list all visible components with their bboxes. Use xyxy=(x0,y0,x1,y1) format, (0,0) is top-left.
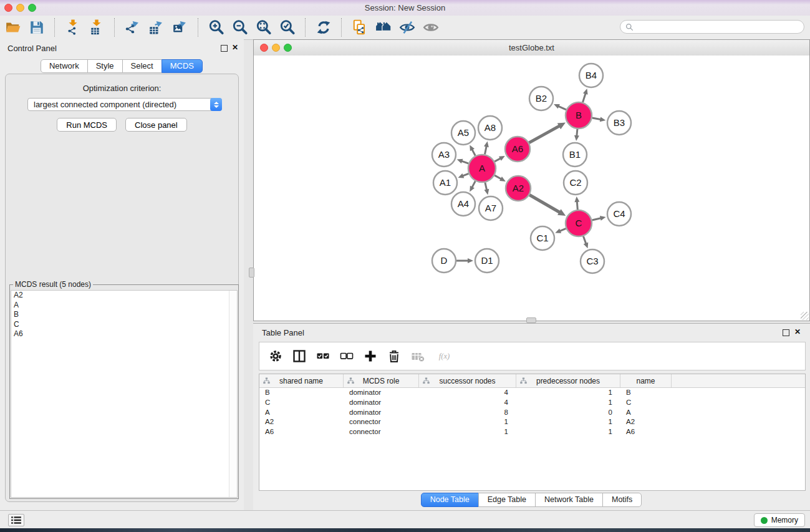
search-input[interactable] xyxy=(635,21,800,34)
graph-node-A2[interactable]: A2 xyxy=(506,176,531,201)
graph-edge-C-C2[interactable] xyxy=(577,201,577,210)
graph-node-A3[interactable]: A3 xyxy=(432,143,456,167)
destroy-table-button xyxy=(409,346,426,367)
show-all-panels-button[interactable] xyxy=(373,17,394,37)
import-table-button[interactable] xyxy=(86,17,107,37)
tab-style[interactable]: Style xyxy=(87,59,123,73)
graph-edge-B-B3[interactable] xyxy=(592,118,602,120)
table-row[interactable]: Cdominator41C xyxy=(259,398,805,408)
graph-node-D1[interactable]: D1 xyxy=(475,249,499,273)
save-session-button[interactable] xyxy=(26,17,47,37)
graph-node-C2[interactable]: C2 xyxy=(564,171,587,195)
show-columns-button[interactable] xyxy=(291,346,307,367)
tab-node-table[interactable]: Node Table xyxy=(421,493,479,507)
tab-motifs[interactable]: Motifs xyxy=(602,493,642,507)
column-header-mcds-role[interactable]: MCDS role xyxy=(344,374,419,387)
graph-node-A7[interactable]: A7 xyxy=(479,196,503,220)
zoom-fit-button[interactable] xyxy=(253,17,274,37)
export-table-icon xyxy=(148,19,165,36)
tab-network[interactable]: Network xyxy=(41,59,88,73)
refresh-layout-icon xyxy=(316,19,332,36)
graph-edge-A2-C[interactable] xyxy=(529,195,560,213)
graph-node-C4[interactable]: C4 xyxy=(607,202,631,226)
export-network-button[interactable] xyxy=(122,17,143,37)
graph-node-label: A2 xyxy=(513,183,524,193)
graph-node-C1[interactable]: C1 xyxy=(531,226,554,250)
task-history-button[interactable] xyxy=(8,514,24,526)
graph-node-B[interactable]: B xyxy=(566,102,592,128)
table-row[interactable]: A2connector11A2 xyxy=(259,417,805,427)
mcds-result-scrollbar[interactable] xyxy=(229,291,237,497)
graph-node-B3[interactable]: B3 xyxy=(607,111,631,135)
table-cell: 1 xyxy=(516,388,620,398)
resize-grip-icon[interactable] xyxy=(801,312,809,320)
graph-edge-A-A8[interactable] xyxy=(485,145,487,154)
refresh-layout-button[interactable] xyxy=(313,17,334,37)
table-row[interactable]: Adominator80A xyxy=(259,408,805,418)
vertical-splitter-handle[interactable] xyxy=(249,268,254,278)
tab-select[interactable]: Select xyxy=(122,59,162,73)
column-header-successor-nodes[interactable]: successor nodes xyxy=(419,374,516,387)
export-table-button[interactable] xyxy=(146,17,167,37)
export-image-button[interactable] xyxy=(170,17,191,37)
mcds-result-item[interactable]: A xyxy=(11,301,237,311)
graph-node-A[interactable]: A xyxy=(468,155,496,182)
tab-network-table[interactable]: Network Table xyxy=(535,493,603,507)
graph-node-A6[interactable]: A6 xyxy=(505,137,530,162)
graph-node-C[interactable]: C xyxy=(566,210,592,236)
graph-node-A5[interactable]: A5 xyxy=(451,121,475,145)
graph-edge-A-A7[interactable] xyxy=(485,182,487,190)
graph-edge-A6-B[interactable] xyxy=(529,125,560,142)
table-row[interactable]: A6connector11A6 xyxy=(259,427,805,437)
graph-edge-B-B2[interactable] xyxy=(557,106,566,110)
close-panel-button[interactable]: Close panel xyxy=(125,118,187,132)
horizontal-splitter-handle[interactable] xyxy=(526,317,536,323)
network-view-window: testGlobe.txt AA1A2A3A4A5A6A7A8BB1B2B3B4… xyxy=(253,39,810,321)
graph-node-B2[interactable]: B2 xyxy=(529,87,553,110)
graph-edge-C-C3[interactable] xyxy=(583,236,586,244)
deselect-all-rows-button[interactable] xyxy=(338,346,355,367)
import-network-button[interactable] xyxy=(62,17,84,37)
graph-edge-C-C4[interactable] xyxy=(592,218,601,221)
add-column-button[interactable] xyxy=(362,346,378,367)
hide-graphics-details-button[interactable] xyxy=(397,17,418,37)
delete-column-button[interactable] xyxy=(385,346,402,367)
float-table-panel-icon[interactable] xyxy=(783,329,789,336)
float-control-panel-icon[interactable] xyxy=(221,45,228,52)
run-mcds-button[interactable]: Run MCDS xyxy=(57,118,117,132)
graph-node-C3[interactable]: C3 xyxy=(581,249,604,273)
zoom-in-button[interactable] xyxy=(206,17,227,37)
show-graphics-details-button[interactable] xyxy=(420,17,441,37)
memory-button[interactable]: Memory xyxy=(754,513,805,527)
graph-node-A1[interactable]: A1 xyxy=(433,171,457,195)
graph-node-A4[interactable]: A4 xyxy=(451,192,475,216)
mcds-result-item[interactable]: A2 xyxy=(11,291,237,301)
toolbar-group xyxy=(62,17,107,37)
graph-edge-B-B4[interactable] xyxy=(583,93,586,102)
close-table-panel-icon[interactable] xyxy=(794,327,801,336)
table-settings-button[interactable] xyxy=(267,346,284,367)
close-control-panel-icon[interactable] xyxy=(232,43,238,52)
network-canvas[interactable]: AA1A2A3A4A5A6A7A8BB1B2B3B4CC1C2C3C4DD1 xyxy=(254,56,809,321)
select-all-rows-button[interactable] xyxy=(314,346,331,367)
mcds-result-item[interactable]: A6 xyxy=(11,329,237,339)
graph-node-B4[interactable]: B4 xyxy=(579,64,603,87)
mcds-result-item[interactable]: B xyxy=(11,310,237,320)
table-row[interactable]: Bdominator41B xyxy=(259,388,805,398)
tab-edge-table[interactable]: Edge Table xyxy=(478,493,536,507)
column-header-shared-name[interactable]: shared name xyxy=(259,374,344,387)
duplicate-network-button[interactable] xyxy=(349,17,370,37)
graph-node-A8[interactable]: A8 xyxy=(478,116,502,140)
graph-node-B1[interactable]: B1 xyxy=(563,143,587,167)
mcds-result-item[interactable]: C xyxy=(11,320,237,330)
zoom-selected-button[interactable] xyxy=(277,17,298,37)
tab-mcds[interactable]: MCDS xyxy=(162,59,203,73)
mcds-result-list[interactable]: A2ABCA6 xyxy=(11,290,238,498)
optimization-criterion-dropdown[interactable]: largest connected component (directed) xyxy=(27,98,222,111)
search-field[interactable] xyxy=(620,20,804,34)
open-session-button[interactable] xyxy=(2,17,24,37)
column-header-name[interactable]: name xyxy=(620,374,672,387)
graph-node-D[interactable]: D xyxy=(432,249,456,273)
zoom-out-button[interactable] xyxy=(229,17,251,37)
column-header-predecessor-nodes[interactable]: predecessor nodes xyxy=(516,374,620,387)
